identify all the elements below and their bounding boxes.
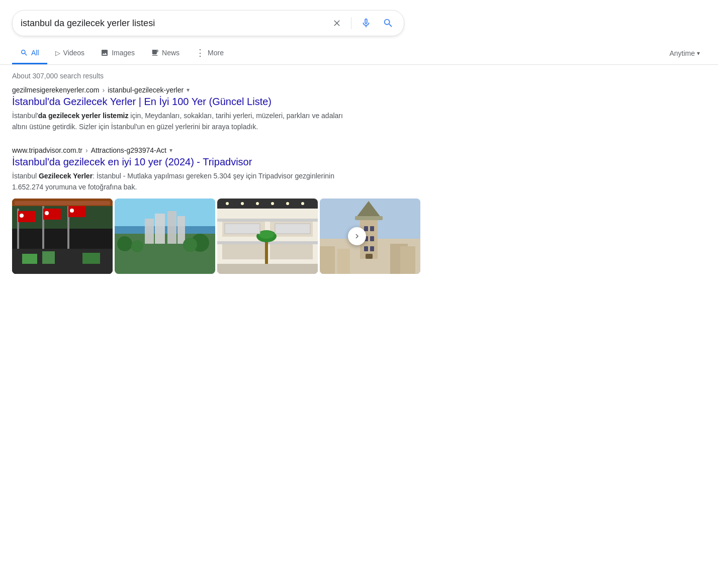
result-image[interactable] [115, 199, 215, 274]
svg-rect-16 [15, 201, 110, 205]
svg-rect-50 [225, 224, 260, 234]
svg-rect-61 [364, 226, 368, 231]
svg-point-31 [183, 238, 197, 252]
images-row [12, 199, 360, 274]
mic-button[interactable] [358, 16, 374, 31]
search-input[interactable] [21, 18, 325, 29]
tab-videos[interactable]: ▷ Videos [47, 43, 93, 64]
videos-icon: ▷ [55, 49, 60, 57]
result-domain: www.tripadvisor.com.tr › Attractions-g29… [12, 146, 360, 154]
result-snippet: İstanbul'da gezilecek yerler listemiz iç… [12, 110, 360, 132]
domain-text: gezilmesigerekenyerler.com [12, 86, 100, 94]
image-placeholder [320, 199, 420, 274]
breadcrumb-text: Attractions-g293974-Act [91, 146, 166, 154]
svg-point-37 [271, 202, 274, 205]
anytime-label: Anytime [669, 49, 695, 57]
svg-rect-67 [366, 254, 373, 259]
tab-news-label: News [162, 49, 180, 57]
svg-point-49 [259, 231, 274, 239]
image-placeholder [217, 199, 318, 274]
svg-rect-19 [42, 251, 55, 264]
search-tab-icon [20, 49, 28, 57]
tab-images[interactable]: Images [93, 43, 143, 64]
result-title-link[interactable]: İstanbul'da gezilecek en iyi 10 yer (202… [12, 155, 360, 168]
result-item: gezilmesigerekenyerler.com › istanbul-ge… [12, 86, 360, 132]
result-domain: gezilmesigerekenyerler.com › istanbul-ge… [12, 86, 360, 94]
clear-button[interactable] [330, 16, 344, 30]
svg-point-38 [286, 202, 289, 205]
chevron-right-icon [352, 232, 362, 241]
svg-rect-6 [25, 215, 28, 217]
svg-rect-64 [370, 236, 374, 241]
svg-point-39 [301, 202, 304, 205]
svg-rect-65 [364, 246, 368, 251]
results-count: About 307,000 search results [0, 65, 718, 84]
svg-point-28 [117, 236, 132, 251]
mic-icon [361, 18, 372, 29]
result-item: www.tripadvisor.com.tr › Attractions-g29… [12, 146, 360, 274]
svg-rect-45 [270, 244, 313, 259]
image-placeholder [12, 199, 113, 274]
dropdown-icon: ▾ [169, 147, 172, 154]
svg-rect-18 [22, 254, 37, 264]
svg-rect-57 [400, 246, 415, 274]
images-icon [101, 49, 109, 57]
results-container: gezilmesigerekenyerler.com › istanbul-ge… [0, 84, 372, 290]
svg-rect-40 [217, 219, 318, 222]
search-bar-container [0, 0, 718, 42]
tab-more[interactable]: ⋮ More [188, 42, 232, 65]
svg-rect-5 [20, 214, 24, 218]
svg-rect-47 [265, 239, 268, 264]
svg-point-35 [241, 202, 244, 205]
svg-rect-44 [222, 244, 265, 259]
svg-rect-46 [217, 264, 318, 274]
anytime-filter[interactable]: Anytime ▾ [663, 45, 706, 61]
svg-point-34 [226, 202, 229, 205]
svg-rect-13 [70, 209, 74, 213]
svg-rect-27 [145, 219, 154, 244]
svg-rect-14 [75, 210, 78, 212]
result-image[interactable] [320, 199, 420, 274]
svg-rect-9 [45, 211, 49, 215]
svg-rect-10 [50, 212, 53, 214]
divider [351, 17, 351, 29]
tab-more-label: More [208, 49, 224, 57]
next-images-button[interactable] [348, 227, 366, 245]
tab-news[interactable]: News [143, 43, 188, 64]
result-image[interactable] [217, 199, 318, 274]
svg-rect-55 [337, 249, 350, 274]
svg-point-36 [256, 202, 259, 205]
tab-videos-label: Videos [63, 49, 85, 57]
close-icon [332, 18, 342, 28]
svg-rect-51 [275, 224, 310, 234]
svg-rect-25 [167, 211, 176, 244]
tab-images-label: Images [112, 49, 135, 57]
svg-rect-66 [370, 246, 374, 251]
svg-rect-62 [370, 226, 374, 231]
chevron-down-icon: ▾ [697, 50, 700, 57]
search-button[interactable] [381, 16, 396, 31]
svg-rect-60 [355, 216, 383, 220]
result-snippet: İstanbul Gezilecek Yerler: İstanbul - Mu… [12, 170, 360, 192]
news-icon [151, 49, 159, 57]
svg-point-29 [131, 240, 143, 252]
svg-rect-54 [320, 246, 335, 274]
breadcrumb-text: istanbul-gezilecek-yerler [108, 86, 184, 94]
breadcrumb-separator: › [103, 86, 105, 94]
svg-rect-26 [177, 216, 185, 244]
tab-all[interactable]: All [12, 43, 47, 64]
image-placeholder [115, 199, 215, 274]
breadcrumb-separator: › [85, 146, 88, 154]
result-image[interactable] [12, 199, 113, 274]
domain-text: www.tripadvisor.com.tr [12, 146, 82, 154]
more-icon: ⋮ [196, 48, 205, 57]
svg-rect-20 [82, 253, 100, 264]
svg-rect-24 [155, 214, 165, 244]
tab-all-label: All [31, 49, 39, 57]
dropdown-icon: ▾ [187, 86, 190, 93]
nav-tabs: All ▷ Videos Images News ⋮ More Anytime … [0, 42, 718, 65]
result-title-link[interactable]: İstanbul'da Gezilecek Yerler | En İyi 10… [12, 95, 360, 108]
search-bar [12, 10, 404, 36]
search-icon [383, 18, 394, 29]
